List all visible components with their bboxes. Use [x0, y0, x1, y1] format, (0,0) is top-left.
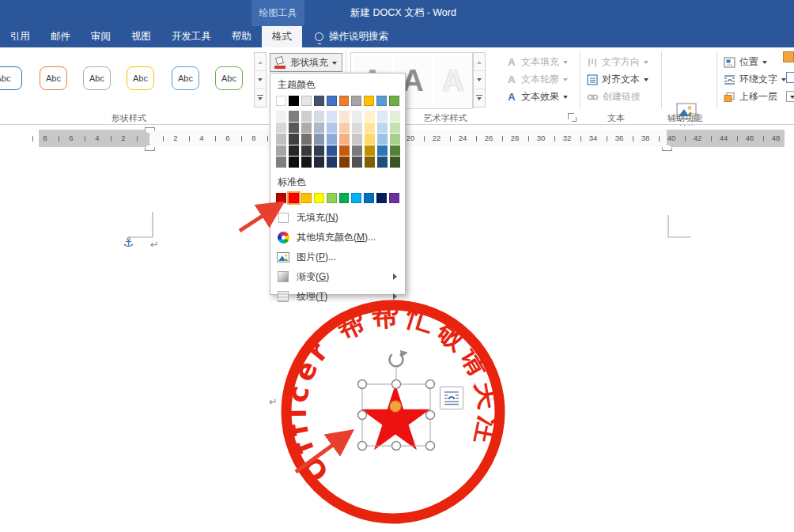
theme-variant-swatch[interactable]: [339, 111, 350, 122]
contextual-tab-drawing-tools[interactable]: 绘图工具: [251, 0, 304, 26]
theme-variant-swatch[interactable]: [390, 134, 400, 145]
theme-variant-swatch[interactable]: [365, 123, 375, 134]
gallery-up-icon[interactable]: [474, 53, 485, 71]
menu-item-no-fill[interactable]: 无填充(N): [270, 208, 405, 228]
theme-variant-swatch[interactable]: [377, 145, 388, 157]
shape-style-tile[interactable]: Abc: [172, 66, 199, 90]
theme-variant-swatch[interactable]: [377, 157, 388, 168]
theme-variant-swatch[interactable]: [289, 111, 299, 122]
theme-variant-swatch[interactable]: [365, 111, 375, 122]
theme-variant-swatch[interactable]: [352, 111, 362, 122]
theme-variant-swatch[interactable]: [327, 145, 337, 157]
theme-variant-swatch[interactable]: [352, 123, 362, 134]
theme-color-swatch[interactable]: [301, 96, 312, 106]
theme-variant-swatch[interactable]: [339, 145, 350, 157]
shape-fill-button[interactable]: 形状填充: [270, 53, 342, 72]
tell-me-search[interactable]: 操作说明搜索: [315, 26, 388, 47]
tab-邮件[interactable]: 邮件: [40, 26, 81, 47]
standard-color-swatch[interactable]: [289, 193, 299, 203]
shape-style-tile[interactable]: Abc: [40, 66, 67, 90]
tab-帮助[interactable]: 帮助: [221, 26, 262, 47]
standard-color-swatch[interactable]: [301, 193, 312, 203]
theme-variant-swatch[interactable]: [276, 157, 286, 168]
theme-variant-swatch[interactable]: [377, 123, 388, 134]
theme-variant-swatch[interactable]: [276, 134, 286, 145]
tab-引用[interactable]: 引用: [0, 26, 40, 47]
menu-item-picture-fill[interactable]: 图片(P)...: [270, 247, 405, 267]
theme-variant-swatch[interactable]: [289, 145, 299, 157]
theme-variant-swatch[interactable]: [289, 157, 299, 168]
theme-variant-swatch[interactable]: [301, 157, 312, 168]
tab-审阅[interactable]: 审阅: [81, 26, 121, 47]
menu-item-more-fill-colors[interactable]: 其他填充颜色(M)...: [270, 228, 405, 247]
theme-variant-swatch[interactable]: [314, 134, 324, 145]
align-objects-icon[interactable]: [786, 91, 794, 102]
theme-variant-swatch[interactable]: [390, 123, 400, 134]
theme-variant-swatch[interactable]: [301, 123, 312, 134]
theme-variant-swatch[interactable]: [377, 111, 388, 122]
shape-style-tile[interactable]: Abc: [215, 66, 243, 90]
selection-pane-icon[interactable]: [786, 72, 794, 83]
theme-variant-swatch[interactable]: [339, 134, 350, 145]
theme-color-swatch[interactable]: [364, 96, 374, 106]
theme-variant-swatch[interactable]: [276, 111, 286, 122]
theme-variant-swatch[interactable]: [289, 123, 299, 134]
theme-variant-swatch[interactable]: [327, 111, 337, 122]
menu-item-gradient-fill[interactable]: 渐变(G): [270, 267, 405, 287]
gallery-up-icon[interactable]: [255, 53, 266, 71]
theme-color-swatch[interactable]: [389, 96, 399, 106]
theme-variant-swatch[interactable]: [314, 123, 324, 134]
theme-variant-swatch[interactable]: [352, 134, 362, 145]
theme-variant-swatch[interactable]: [390, 157, 400, 168]
theme-variant-swatch[interactable]: [301, 145, 312, 157]
theme-color-swatch[interactable]: [339, 96, 350, 106]
position-button[interactable]: 位置: [724, 54, 767, 70]
standard-color-swatch[interactable]: [327, 193, 337, 203]
theme-color-swatch[interactable]: [351, 96, 361, 106]
menu-item-texture-fill[interactable]: 纹理(T): [270, 287, 405, 307]
tab-开发工具[interactable]: 开发工具: [161, 26, 221, 47]
theme-color-swatch[interactable]: [376, 96, 387, 106]
standard-color-swatch[interactable]: [364, 193, 374, 203]
theme-variant-swatch[interactable]: [390, 111, 400, 122]
standard-color-swatch[interactable]: [389, 193, 399, 203]
theme-variant-swatch[interactable]: [365, 145, 375, 157]
theme-variant-swatch[interactable]: [339, 157, 350, 168]
theme-variant-swatch[interactable]: [301, 111, 312, 122]
tab-格式[interactable]: 格式: [262, 26, 302, 47]
theme-variant-swatch[interactable]: [352, 157, 362, 168]
wordart-style-tile[interactable]: A: [434, 56, 472, 105]
standard-color-swatch[interactable]: [376, 193, 387, 203]
theme-variant-swatch[interactable]: [365, 134, 375, 145]
bring-forward-button[interactable]: 上移一层: [724, 89, 794, 105]
shape-style-tile[interactable]: Abc: [127, 66, 154, 90]
wordart-gallery-scrollbar[interactable]: [473, 52, 486, 108]
theme-variant-swatch[interactable]: [289, 134, 299, 145]
shape-styles-gallery-scrollbar[interactable]: [254, 52, 267, 108]
theme-color-swatch[interactable]: [276, 96, 286, 106]
standard-color-swatch[interactable]: [351, 193, 361, 203]
theme-variant-swatch[interactable]: [365, 157, 375, 168]
standard-color-swatch[interactable]: [314, 193, 324, 203]
theme-variant-swatch[interactable]: [390, 145, 400, 157]
gallery-down-icon[interactable]: [255, 71, 266, 89]
theme-color-swatch[interactable]: [314, 96, 324, 106]
theme-variant-swatch[interactable]: [339, 123, 350, 134]
shape-style-tile[interactable]: Abc: [0, 66, 22, 90]
text-effects-button[interactable]: A 文本效果: [506, 89, 568, 105]
theme-variant-swatch[interactable]: [327, 134, 337, 145]
theme-variant-swatch[interactable]: [327, 157, 337, 168]
standard-color-swatch[interactable]: [276, 193, 286, 203]
theme-variant-swatch[interactable]: [327, 123, 337, 134]
align-text-button[interactable]: 对齐文本: [587, 71, 648, 88]
gallery-down-icon[interactable]: [474, 71, 485, 89]
standard-color-swatch[interactable]: [339, 193, 350, 203]
theme-variant-swatch[interactable]: [301, 134, 312, 145]
theme-variant-swatch[interactable]: [352, 145, 362, 157]
wrap-text-button[interactable]: 环绕文字: [724, 71, 786, 88]
gallery-more-icon[interactable]: [474, 89, 485, 108]
gallery-more-icon[interactable]: [255, 89, 266, 108]
theme-variant-swatch[interactable]: [276, 145, 286, 157]
theme-variant-swatch[interactable]: [314, 157, 324, 168]
theme-color-swatch[interactable]: [327, 96, 337, 106]
